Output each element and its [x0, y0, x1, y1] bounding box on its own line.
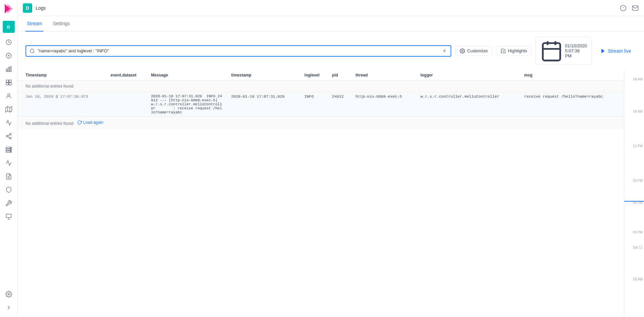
timeline-tick: 06 AM: [624, 77, 644, 81]
table-header-row: Timestamp event.dataset Message timestam…: [17, 70, 624, 81]
log-table-container[interactable]: Timestamp event.dataset Message timestam…: [17, 70, 624, 317]
load-again-label: Load again: [83, 120, 103, 125]
sidebar-item-discover[interactable]: [3, 50, 15, 62]
timeline-tick: 03 AM: [624, 277, 644, 281]
svg-rect-11: [9, 80, 11, 83]
sidebar-item-visualize[interactable]: [3, 63, 15, 75]
sidebar-item-recent[interactable]: [3, 36, 15, 48]
svg-line-22: [8, 135, 10, 136]
calendar-icon: [540, 39, 563, 62]
load-again-button[interactable]: Load again: [77, 120, 103, 125]
timeline-current-position: [624, 201, 644, 202]
tab-stream[interactable]: Stream: [26, 16, 43, 32]
sidebar-item-monitoring[interactable]: [3, 211, 15, 223]
col-loglevel: loglevel: [301, 70, 328, 81]
content-area: Stream Settings × Customize Highlights 0…: [17, 16, 644, 317]
notifications-icon[interactable]: [620, 5, 627, 11]
search-icon: [30, 48, 35, 54]
svg-line-36: [33, 52, 34, 53]
svg-point-31: [8, 294, 9, 295]
search-clear-button[interactable]: ×: [442, 48, 447, 54]
user-avatar[interactable]: D: [3, 21, 15, 33]
timeline-label: 09 AM: [624, 110, 644, 113]
cell-msg: receive request /hello?name=rayabc: [520, 92, 624, 117]
datetime-picker[interactable]: 01/10/2020 5:07:38 PM: [536, 37, 592, 65]
sidebar-item-settings[interactable]: [3, 288, 15, 300]
svg-point-18: [9, 134, 11, 135]
no-entries-bottom-cell: No additional entries found Load again: [17, 117, 624, 129]
page-title: Logs: [36, 5, 620, 11]
mail-icon[interactable]: [632, 5, 639, 11]
svg-point-19: [6, 136, 8, 137]
svg-point-26: [10, 148, 11, 148]
sidebar-item-canvas[interactable]: [3, 90, 15, 102]
svg-rect-7: [6, 69, 7, 72]
tab-settings[interactable]: Settings: [51, 16, 71, 32]
svg-marker-15: [5, 107, 11, 112]
svg-rect-38: [543, 43, 560, 61]
svg-marker-42: [601, 49, 604, 53]
highlights-icon: [501, 48, 506, 54]
sidebar-item-maps[interactable]: [3, 103, 15, 115]
search-area: × Customize Highlights 01/10/2020 5:07:3…: [17, 32, 644, 70]
cell-timestamp: Jan 10, 2020 @ 17:07:38.073: [17, 92, 107, 117]
play-icon: [600, 48, 606, 54]
cell-message: 2020-01-10 17:07:31.029 INFO 24012 --- […: [147, 92, 227, 117]
sidebar-item-logs[interactable]: [3, 170, 15, 182]
stream-live-label: Stream live: [608, 48, 631, 54]
no-entries-bottom-row: No additional entries found Load again: [17, 117, 624, 129]
svg-rect-9: [10, 67, 11, 72]
svg-rect-10: [6, 80, 8, 83]
sidebar: D: [0, 0, 17, 317]
timeline-tick: 03 PM: [624, 179, 644, 182]
datetime-label: 01/10/2020 5:07:38 PM: [565, 43, 587, 58]
svg-point-35: [30, 49, 34, 53]
sidebar-collapse-button[interactable]: [3, 302, 15, 314]
no-entries-top: No additional entries found: [17, 81, 624, 92]
svg-point-20: [9, 137, 11, 139]
svg-point-1: [6, 53, 11, 58]
refresh-icon: [77, 120, 82, 125]
timeline-label: 12 PM: [624, 144, 644, 148]
customize-button[interactable]: Customize: [455, 46, 492, 56]
tab-bar: Stream Settings: [17, 16, 644, 32]
sidebar-bottom: [3, 287, 15, 314]
topbar-actions: [620, 5, 639, 11]
timeline-tick: 12 PM: [624, 144, 644, 148]
cell-thread: http-nio-8088-exec-5: [352, 92, 416, 117]
col-message: Message: [147, 70, 227, 81]
col-pid: pid: [328, 70, 352, 81]
search-input[interactable]: [38, 48, 442, 53]
timeline-tick: 09 AM: [624, 110, 644, 113]
sidebar-item-ml[interactable]: [3, 130, 15, 142]
timeline-tick: 09 PM: [624, 230, 644, 234]
col-logger: logger: [416, 70, 520, 81]
customize-icon: [460, 48, 465, 54]
table-row[interactable]: Jan 10, 2020 @ 17:07:38.073 2020-01-10 1…: [17, 92, 624, 117]
sidebar-item-siem[interactable]: [3, 184, 15, 196]
no-entries-text-top: No additional entries found: [17, 81, 624, 92]
sidebar-item-devtools[interactable]: [3, 197, 15, 209]
svg-rect-12: [6, 83, 8, 85]
app-icon: D: [23, 3, 32, 13]
main-content: D Logs Stream Settings × Customize: [17, 0, 644, 317]
svg-rect-8: [8, 67, 9, 72]
stream-live-button[interactable]: Stream live: [596, 46, 636, 56]
timeline: 06 AM09 AM12 PM03 PM06 PM09 PMSat 1103 A…: [624, 70, 644, 317]
highlights-label: Highlights: [508, 48, 527, 53]
sidebar-item-apm[interactable]: [3, 157, 15, 169]
timeline-label: 09 PM: [624, 230, 644, 234]
cell-event-dataset: [107, 92, 147, 117]
svg-point-2: [8, 55, 9, 56]
log-table: Timestamp event.dataset Message timestam…: [17, 70, 624, 129]
sidebar-item-infrastructure[interactable]: [3, 144, 15, 156]
cell-pid: 24012: [328, 92, 352, 117]
svg-point-37: [462, 50, 463, 52]
col-timestamp: Timestamp: [17, 70, 107, 81]
app-logo[interactable]: [3, 3, 15, 15]
svg-point-28: [10, 151, 11, 152]
highlights-button[interactable]: Highlights: [496, 46, 532, 56]
cell-logger: w.r.s.r.controller.HelloController: [416, 92, 520, 117]
sidebar-item-timelion[interactable]: [3, 117, 15, 129]
sidebar-item-dashboard[interactable]: [3, 76, 15, 89]
